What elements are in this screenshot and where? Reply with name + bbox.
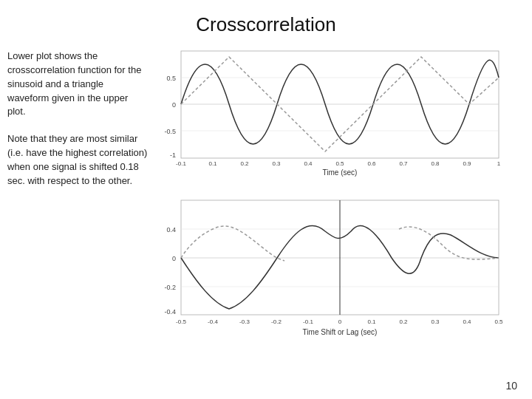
slide: Crosscorrelation Lower plot shows the cr… bbox=[0, 0, 532, 399]
svg-text:0.1: 0.1 bbox=[367, 318, 376, 325]
svg-text:-0.1: -0.1 bbox=[176, 160, 186, 167]
svg-text:0.4: 0.4 bbox=[463, 318, 471, 325]
svg-text:0.2: 0.2 bbox=[240, 160, 249, 167]
left-text-column: Lower plot shows the crosscorrelation fu… bbox=[7, 44, 155, 341]
slide-title: Crosscorrelation bbox=[0, 0, 532, 44]
svg-text:0.7: 0.7 bbox=[399, 160, 408, 167]
page-number: 10 bbox=[505, 380, 517, 392]
lower-chart: 0.4 0 -0.2 -0.4 -0.5 -0.4 -0.3 -0.2 -0.1… bbox=[155, 194, 525, 341]
svg-text:0.8: 0.8 bbox=[431, 160, 440, 167]
svg-text:0.5: 0.5 bbox=[166, 75, 176, 82]
svg-text:-0.2: -0.2 bbox=[271, 318, 282, 325]
svg-text:-0.4: -0.4 bbox=[208, 318, 218, 325]
svg-text:Time (sec): Time (sec) bbox=[323, 168, 358, 177]
svg-text:0.6: 0.6 bbox=[367, 160, 376, 167]
svg-text:-1: -1 bbox=[170, 151, 176, 159]
svg-text:Time Shift or Lag (sec): Time Shift or Lag (sec) bbox=[303, 328, 378, 336]
svg-text:0.4: 0.4 bbox=[166, 226, 176, 233]
svg-text:-0.5: -0.5 bbox=[176, 318, 186, 325]
svg-text:0.4: 0.4 bbox=[304, 160, 313, 167]
content-area: Lower plot shows the crosscorrelation fu… bbox=[0, 44, 532, 341]
text-block-upper: Lower plot shows the crosscorrelation fu… bbox=[7, 44, 155, 119]
charts-column: 0.5 0 -0.5 -1 -0.1 0.1 0.2 0.3 0.4 0.5 0… bbox=[155, 44, 525, 341]
svg-text:0: 0 bbox=[172, 101, 176, 109]
svg-text:-0.4: -0.4 bbox=[164, 308, 176, 316]
upper-chart: 0.5 0 -0.5 -1 -0.1 0.1 0.2 0.3 0.4 0.5 0… bbox=[155, 44, 525, 187]
svg-text:-0.2: -0.2 bbox=[164, 284, 176, 291]
svg-text:-0.1: -0.1 bbox=[303, 318, 313, 325]
svg-text:0.5: 0.5 bbox=[335, 160, 344, 167]
svg-text:-0.3: -0.3 bbox=[239, 318, 250, 325]
svg-text:0: 0 bbox=[338, 318, 342, 325]
svg-text:0.3: 0.3 bbox=[272, 160, 281, 167]
svg-text:0.9: 0.9 bbox=[463, 160, 471, 167]
upper-chart-svg: 0.5 0 -0.5 -1 -0.1 0.1 0.2 0.3 0.4 0.5 0… bbox=[155, 44, 510, 184]
svg-text:0.5: 0.5 bbox=[494, 318, 503, 325]
svg-text:0.1: 0.1 bbox=[208, 160, 217, 167]
svg-text:0: 0 bbox=[172, 255, 176, 262]
lower-chart-svg: 0.4 0 -0.2 -0.4 -0.5 -0.4 -0.3 -0.2 -0.1… bbox=[155, 194, 510, 338]
text-block-lower: Note that they are most similar (i.e. ha… bbox=[7, 119, 155, 188]
svg-text:0.2: 0.2 bbox=[399, 318, 408, 325]
svg-text:0.3: 0.3 bbox=[431, 318, 440, 325]
svg-text:1: 1 bbox=[497, 160, 501, 167]
svg-text:-0.5: -0.5 bbox=[164, 128, 176, 135]
